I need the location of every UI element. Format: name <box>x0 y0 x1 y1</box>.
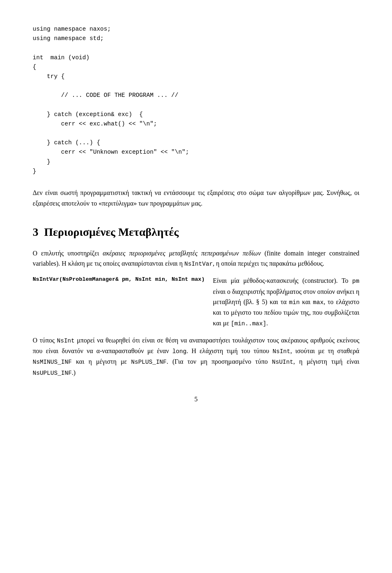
paragraph-3: Ο τύπος NsInt μπορεί να θεωρηθεί ότι είν… <box>33 335 359 378</box>
section-number: 3 <box>33 226 38 238</box>
inline-code-long: long <box>172 348 187 355</box>
code-line-6: try { <box>33 73 65 80</box>
code-line-13: } catch (...) { <box>33 139 100 146</box>
inline-code-nsplus-inf: NsPLUS_INF <box>131 359 167 365</box>
inline-code-nsint-1: NsInt <box>57 338 75 344</box>
definition-description: Είναι μία μέθοδος-κατασκευής (constructo… <box>213 275 359 329</box>
definition-term: NsIntVar(NsProblemManager& pm, NsInt min… <box>33 275 205 329</box>
inline-code-range: [min..max] <box>231 320 266 327</box>
inline-code-max: max <box>313 299 323 306</box>
inline-code-nsminus-inf: NsMINUS_INF <box>33 359 72 365</box>
paragraph-1: Δεν είναι σωστή προγραμματιστική τακτική… <box>33 188 359 208</box>
inline-code-nsintvar: NsIntVar <box>184 261 213 267</box>
page-number: 5 <box>33 394 359 404</box>
section-heading: 3 Περιορισμένες Μεταβλητές <box>33 225 359 239</box>
inline-code-pm: pm <box>352 278 359 284</box>
code-line-11: cerr << exc.what() << "\n"; <box>33 121 157 127</box>
paragraph-2: Ο επιλυτής υποστηρίζει ακέραιες περιορισ… <box>33 248 359 269</box>
inline-code-nsint-2: NsInt <box>272 348 290 355</box>
code-line-5: { <box>33 64 36 70</box>
code-line-2: using namespace std; <box>33 35 104 42</box>
code-block: using namespace naxos; using namespace s… <box>33 25 359 176</box>
code-line-1: using namespace naxos; <box>33 26 111 32</box>
code-line-14: cerr << "Unknown exception" << "\n"; <box>33 149 189 155</box>
code-line-10: } catch (exception& exc) { <box>33 111 143 118</box>
inline-code-nsuplus-inf: NsUPLUS_INF <box>33 370 72 376</box>
inline-code-min: min <box>289 299 300 306</box>
code-line-8: // ... CODE OF THE PROGRAM ... // <box>33 92 178 98</box>
code-line-16: } <box>33 168 36 175</box>
inline-code-nsuint: NsUInt <box>272 359 293 365</box>
code-line-15: } <box>33 159 51 165</box>
section-title: Περιορισμένες Μεταβλητές <box>44 226 178 238</box>
definition-block: NsIntVar(NsProblemManager& pm, NsInt min… <box>33 275 359 329</box>
code-line-4: int main (void) <box>33 54 89 61</box>
